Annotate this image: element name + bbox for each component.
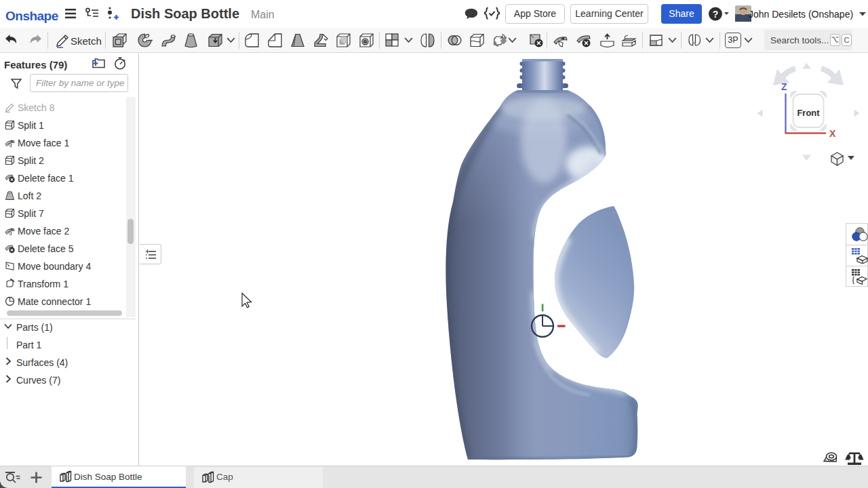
svg-text:?: ? [713, 9, 719, 20]
svg-text:Front: Front [797, 108, 820, 118]
svg-text:X: X [829, 128, 836, 139]
svg-text:Z: Z [781, 81, 787, 92]
